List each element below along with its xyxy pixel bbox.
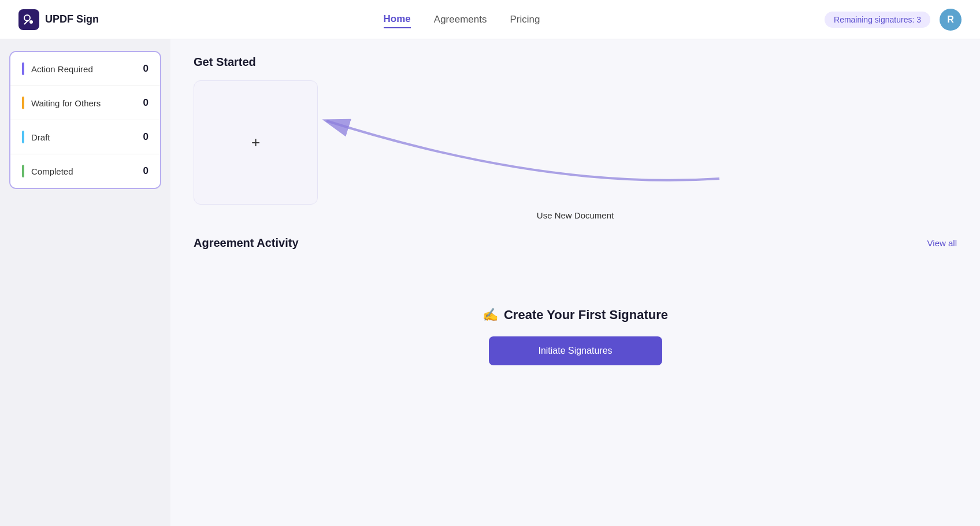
new-document-label: Use New Document [194, 210, 957, 220]
svg-point-0 [24, 15, 30, 21]
page-layout: Action Required 0 Waiting for Others 0 D… [0, 39, 980, 526]
completed-label: Completed [31, 166, 73, 176]
waiting-label: Waiting for Others [31, 98, 101, 108]
empty-state-emoji: ✍️ [482, 308, 498, 323]
nav-home[interactable]: Home [384, 11, 411, 28]
action-required-dot [22, 62, 24, 75]
user-avatar[interactable]: R [940, 9, 962, 31]
remaining-signatures-badge: Remaining signatures: 3 [825, 12, 930, 28]
sidebar-item-waiting[interactable]: Waiting for Others 0 [10, 86, 160, 120]
completed-count: 0 [143, 165, 149, 177]
completed-dot [22, 165, 24, 177]
nav-pricing[interactable]: Pricing [510, 12, 540, 28]
sidebar-item-action-required[interactable]: Action Required 0 [10, 52, 160, 86]
empty-state-text: Create Your First Signature [504, 308, 668, 323]
get-started-section: Get Started + Use Ne [194, 55, 957, 220]
main-nav: Home Agreements Pricing [127, 11, 797, 28]
main-content: Get Started + Use Ne [170, 39, 980, 526]
empty-state: ✍️ Create Your First Signature Initiate … [194, 261, 957, 388]
new-document-card[interactable]: + [194, 80, 318, 205]
sidebar-card: Action Required 0 Waiting for Others 0 D… [9, 51, 161, 189]
app-header: UPDF Sign Home Agreements Pricing Remain… [0, 0, 980, 39]
sidebar: Action Required 0 Waiting for Others 0 D… [0, 39, 170, 526]
action-required-label: Action Required [31, 64, 93, 74]
draft-label: Draft [31, 132, 50, 142]
logo-area: UPDF Sign [18, 9, 99, 30]
logo-icon [18, 9, 39, 30]
arrow-decoration [315, 86, 748, 202]
logo-text: UPDF Sign [45, 13, 99, 25]
nav-agreements[interactable]: Agreements [434, 12, 487, 28]
waiting-count: 0 [143, 97, 149, 109]
draft-count: 0 [143, 131, 149, 143]
get-started-area: + Use New Document [194, 80, 957, 220]
sidebar-item-completed[interactable]: Completed 0 [10, 154, 160, 188]
action-required-count: 0 [143, 63, 149, 75]
activity-title: Agreement Activity [194, 236, 299, 250]
sidebar-item-draft[interactable]: Draft 0 [10, 120, 160, 154]
activity-section: Agreement Activity View all ✍️ Create Yo… [194, 236, 957, 388]
waiting-dot [22, 97, 24, 109]
plus-icon: + [251, 134, 260, 151]
empty-state-title: ✍️ Create Your First Signature [482, 308, 668, 323]
activity-header: Agreement Activity View all [194, 236, 957, 250]
header-right: Remaining signatures: 3 R [825, 9, 962, 31]
initiate-signatures-button[interactable]: Initiate Signatures [489, 336, 662, 365]
draft-dot [22, 131, 24, 143]
get-started-title: Get Started [194, 55, 957, 69]
svg-point-1 [29, 20, 33, 24]
view-all-link[interactable]: View all [927, 238, 957, 248]
